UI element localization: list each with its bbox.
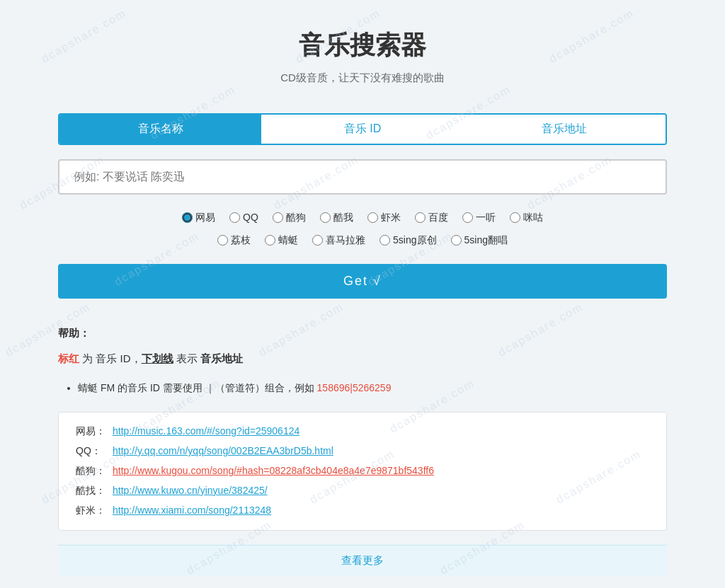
help-underline-label: 下划线	[142, 352, 173, 364]
example-label-netease: 网易：	[76, 425, 113, 438]
search-input[interactable]	[58, 159, 667, 195]
radio-kugou[interactable]: 酷狗	[273, 207, 306, 227]
example-link-kuwo[interactable]: http://www.kuwo.cn/yinyue/382425/	[113, 485, 268, 496]
radio-5sing-cover[interactable]: 5sing翻唱	[451, 230, 508, 250]
example-row-kuwo: 酷找： http://www.kuwo.cn/yinyue/382425/	[76, 485, 649, 497]
radio-5sing-original[interactable]: 5sing原创	[379, 230, 436, 250]
page-title: 音乐搜索器	[58, 28, 667, 63]
example-label-xiami: 虾米：	[76, 505, 113, 517]
example-row-kugou: 酷狗： http://www.kugou.com/song/#hash=0822…	[76, 465, 649, 478]
example-row-xiami: 虾米： http://www.xiami.com/song/2113248	[76, 505, 649, 517]
example-row-netease: 网易： http://music.163.com/#/song?id=25906…	[76, 425, 649, 438]
page-subtitle: CD级音质，让天下没有难搜的歌曲	[58, 71, 667, 85]
example-link-qq[interactable]: http://y.qq.com/n/yqq/song/002B2EAA3brD5…	[113, 445, 333, 456]
example-box: 网易： http://music.163.com/#/song?id=25906…	[58, 412, 667, 531]
radio-himalaya[interactable]: 喜马拉雅	[312, 230, 365, 250]
tab-music-name[interactable]: 音乐名称	[59, 115, 261, 144]
source-row-1: 网易 QQ 酷狗 酷我 虾米 百度	[58, 207, 667, 227]
example-link-xiami[interactable]: http://www.xiami.com/song/2113248	[113, 505, 271, 516]
radio-yiting[interactable]: 一听	[462, 207, 496, 227]
source-row-2: 荔枝 蜻蜓 喜马拉雅 5sing原创 5sing翻唱	[58, 230, 667, 250]
help-section: 帮助： 标红 为 音乐 ID，下划线 表示 音乐地址 蜻蜓 FM 的音乐 ID …	[58, 327, 667, 576]
source-radio-group: 网易 QQ 酷狗 酷我 虾米 百度	[58, 207, 667, 250]
main-container: 音乐搜索器 CD级音质，让天下没有难搜的歌曲 音乐名称 音乐 ID 音乐地址 网…	[44, 0, 681, 588]
radio-kuwo[interactable]: 酷我	[320, 207, 353, 227]
radio-xiami[interactable]: 虾米	[367, 207, 401, 227]
example-link-netease[interactable]: http://music.163.com/#/song?id=25906124	[113, 425, 299, 437]
radio-qingting[interactable]: 蜻蜓	[265, 230, 298, 250]
example-row-qq: QQ： http://y.qq.com/n/yqq/song/002B2EAA3…	[76, 445, 649, 458]
radio-migu[interactable]: 咪咕	[510, 207, 543, 227]
example-label-qq: QQ：	[76, 445, 113, 458]
example-link-kugou[interactable]: http://www.kugou.com/song/#hash=08228af3…	[113, 465, 434, 476]
example-label-kugou: 酷狗：	[76, 465, 113, 478]
radio-lizhi[interactable]: 荔枝	[217, 230, 251, 250]
help-list: 蜻蜓 FM 的音乐 ID 需要使用 ｜（管道符）组合，例如 158696|526…	[58, 378, 667, 398]
radio-netease[interactable]: 网易	[182, 207, 215, 227]
radio-qq[interactable]: QQ	[229, 207, 258, 227]
help-example-id: 158696|5266259	[317, 382, 392, 393]
help-red-label: 标红	[58, 352, 79, 364]
tab-music-url[interactable]: 音乐地址	[464, 115, 666, 144]
help-title: 帮助：	[58, 327, 667, 340]
tab-music-id[interactable]: 音乐 ID	[261, 115, 463, 144]
help-music-url-label: 音乐地址	[200, 352, 243, 364]
tab-bar: 音乐名称 音乐 ID 音乐地址	[58, 113, 667, 145]
see-more-label: 查看更多	[341, 554, 384, 566]
see-more-bar[interactable]: 查看更多	[58, 545, 667, 576]
help-list-item-qingting: 蜻蜓 FM 的音乐 ID 需要使用 ｜（管道符）组合，例如 158696|526…	[78, 378, 667, 398]
radio-baidu[interactable]: 百度	[415, 207, 448, 227]
example-label-kuwo: 酷找：	[76, 485, 113, 497]
get-button[interactable]: Get √	[58, 264, 667, 299]
help-description: 标红 为 音乐 ID，下划线 表示 音乐地址	[58, 349, 667, 368]
